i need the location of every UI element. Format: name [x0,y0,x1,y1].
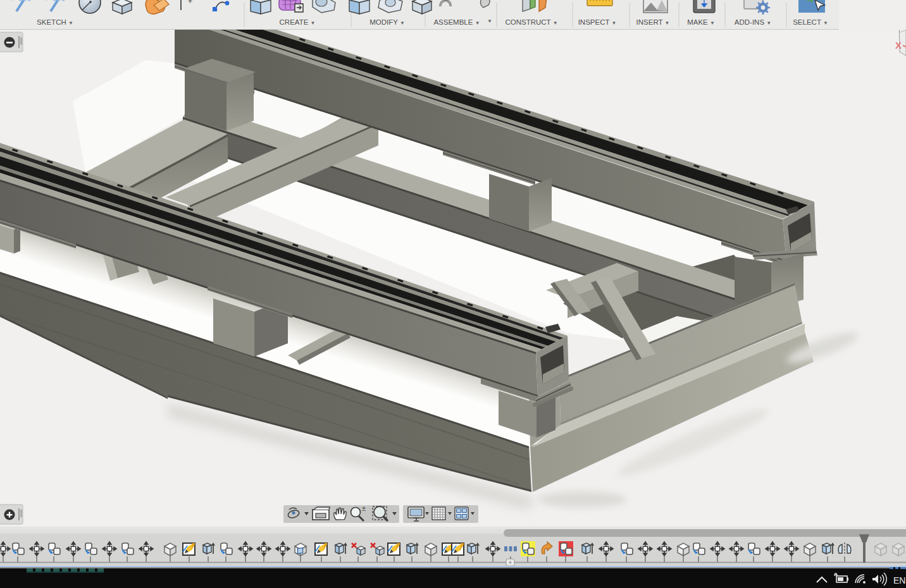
svg-text:CREATE ▼: CREATE ▼ [280,18,316,26]
svg-text:INSPECT ▼: INSPECT ▼ [578,18,617,26]
svg-text:ASSEMBLE ▼: ASSEMBLE ▼ [433,18,480,26]
svg-text:±: ± [362,505,366,512]
svg-text:X: X [895,40,902,51]
svg-text:CONSTRUCT ▼: CONSTRUCT ▼ [505,18,557,26]
svg-text:+: + [188,0,192,6]
svg-text:ADD-INS ▼: ADD-INS ▼ [735,18,771,26]
svg-text:▼: ▼ [487,18,492,24]
svg-text:SKETCH ▼: SKETCH ▼ [37,18,73,26]
svg-text:SELECT ▼: SELECT ▼ [793,18,828,26]
svg-text:EN: EN [893,575,905,585]
svg-text:MODIFY ▼: MODIFY ▼ [369,18,405,26]
svg-text:INSERT ▼: INSERT ▼ [636,18,670,26]
svg-text:+: + [509,560,512,566]
